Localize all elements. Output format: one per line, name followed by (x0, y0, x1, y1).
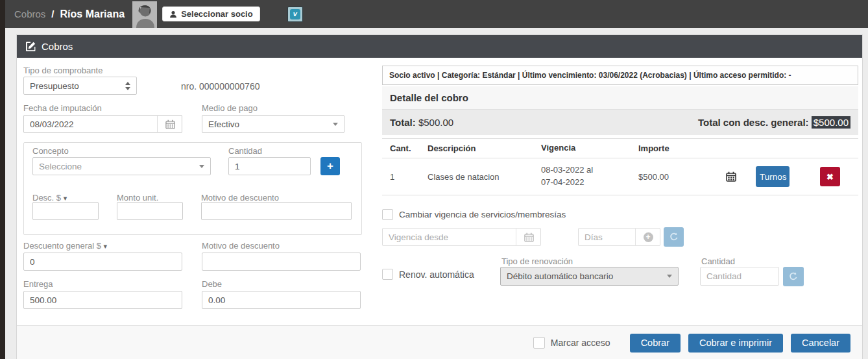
tipo-renovacion-label: Tipo de renovación (501, 256, 573, 266)
panel-footer: Marcar acceso Cobrar Cobrar e imprimir C… (17, 325, 862, 359)
total-desc-label: Total con desc. general: (698, 117, 809, 128)
motivo-general-input[interactable] (202, 253, 361, 271)
vimeo-icon[interactable]: v (287, 6, 303, 22)
cantidad-label: Cantidad (228, 146, 262, 156)
breadcrumb-member-name: Ríos Mariana (60, 8, 125, 20)
entrega-label: Entrega (23, 279, 53, 289)
avatar[interactable] (132, 1, 157, 28)
comprobante-number: nro. 000000000760 (181, 81, 259, 92)
total-value: $500.00 (418, 117, 453, 128)
cambiar-vigencia-row: Cambiar vigencia de servicios/membresías (382, 209, 566, 220)
cell-cant: 1 (382, 172, 428, 182)
breadcrumb-section[interactable]: Cobros (14, 8, 45, 19)
delete-row-button[interactable]: ✖ (820, 167, 840, 186)
concepto-label: Concepto (32, 146, 69, 156)
breadcrumb-separator: / (51, 8, 54, 19)
cambiar-vigencia-label: Cambiar vigencia de servicios/membresías (399, 210, 566, 219)
tipo-comprobante-label: Tipo de comprobante (23, 66, 102, 75)
debe-label: Debe (202, 279, 222, 289)
motivo-item-input[interactable] (201, 202, 352, 220)
total-label: Total: (390, 117, 416, 128)
refresh-vigencia-button[interactable] (664, 227, 684, 247)
calendar-icon[interactable] (157, 115, 182, 133)
caret-down-icon: ▾ (104, 242, 108, 250)
medio-pago-label: Medio de pago (202, 103, 258, 113)
edit-icon (26, 42, 36, 51)
tipo-comprobante-select[interactable]: Presupuesto (23, 77, 137, 95)
concepto-select[interactable]: Seleccione (32, 157, 211, 175)
cell-vigencia: 08-03-2022 al 07-04-2022 (541, 164, 638, 189)
cancelar-button[interactable]: Cancelar (791, 334, 850, 353)
add-concept-button[interactable]: + (320, 157, 340, 175)
cell-descripcion: Clases de natacion (428, 172, 541, 182)
panel-title: Cobros (42, 41, 73, 52)
cobrar-button[interactable]: Cobrar (630, 334, 681, 353)
fecha-imputacion-label: Fecha de imputación (23, 103, 102, 113)
panel-body: Tipo de comprobante Presupuesto nro. 000… (17, 58, 862, 325)
medio-pago-select[interactable]: Efectivo (202, 115, 344, 133)
cantidad-renov-label: Cantidad (701, 256, 735, 266)
refresh-renov-button[interactable] (783, 267, 804, 286)
debe-input[interactable] (202, 291, 361, 309)
chevron-down-icon (667, 275, 672, 278)
cantidad-input[interactable] (228, 157, 311, 175)
panel-header: Cobros (17, 35, 862, 58)
tipo-renovacion-select: Débito automático bancario (500, 267, 679, 286)
col-importe: Importe (638, 143, 710, 153)
cobrar-imprimir-button[interactable]: Cobrar e imprimir (688, 334, 783, 353)
select-member-label: Seleccionar socio (181, 9, 253, 19)
chevron-down-icon (199, 165, 204, 168)
renov-automatica-label: Renov. automática (399, 269, 474, 280)
caret-down-icon: ▾ (64, 194, 67, 202)
collapsed-sidebar[interactable] (0, 0, 5, 359)
monto-unit-input[interactable] (117, 202, 183, 220)
entrega-input[interactable] (23, 291, 182, 309)
calendar-icon[interactable] (516, 228, 541, 246)
cobros-panel: Cobros Tipo de comprobante Presupuesto n… (16, 34, 863, 359)
desc-item-label: Desc. $ ▾ (32, 193, 67, 203)
desc-item-input[interactable] (32, 202, 99, 220)
turnos-button[interactable]: Turnos (756, 166, 790, 187)
calendar-icon[interactable] (726, 171, 736, 182)
table-row: 1 Clases de natacion 08-03-2022 al 07-04… (382, 158, 858, 195)
marcar-acceso-checkbox[interactable] (533, 337, 545, 349)
motivo-general-label: Motivo de descuento (202, 241, 280, 251)
cambiar-vigencia-checkbox[interactable] (382, 209, 393, 220)
plus-circle-icon: + (635, 228, 660, 246)
totals-bar: Total: $500.00 Total con desc. general: … (382, 110, 858, 135)
marcar-acceso-label: Marcar acceso (551, 338, 610, 348)
marcar-acceso-row: Marcar acceso (533, 337, 610, 349)
renov-automatica-checkbox[interactable] (382, 269, 393, 280)
cell-importe: $500.00 (638, 172, 710, 182)
renov-automatica-row: Renov. automática (382, 269, 474, 280)
detail-title: Detalle del cobro (382, 86, 858, 110)
topbar: Cobros / Ríos Mariana Seleccionar socio … (5, 0, 868, 28)
cantidad-renov-input (700, 267, 779, 286)
table-header: Cant. Descripción Vigencia Importe (382, 138, 858, 158)
col-descripcion: Descripción (428, 143, 541, 153)
select-member-button[interactable]: Seleccionar socio (162, 6, 260, 21)
col-cant: Cant. (382, 143, 428, 153)
descuento-general-input[interactable] (23, 253, 182, 271)
col-vigencia: Vigencia (541, 142, 638, 155)
person-icon (169, 10, 177, 18)
chevron-down-icon (333, 123, 338, 126)
total-desc-value: $500.00 (812, 116, 850, 129)
motivo-item-label: Motivo de descuento (201, 193, 279, 203)
monto-unit-label: Monto unit. (117, 193, 158, 203)
stepper-icon (125, 82, 130, 90)
concepto-group: Concepto Seleccione Cantidad + Desc. $ ▾… (23, 142, 362, 235)
member-status-bar: Socio activo | Categoría: Estándar | Últ… (382, 66, 858, 85)
descuento-general-label: Descuento general $ ▾ (23, 241, 107, 251)
app-screen: Cobros / Ríos Mariana Seleccionar socio … (0, 0, 868, 359)
